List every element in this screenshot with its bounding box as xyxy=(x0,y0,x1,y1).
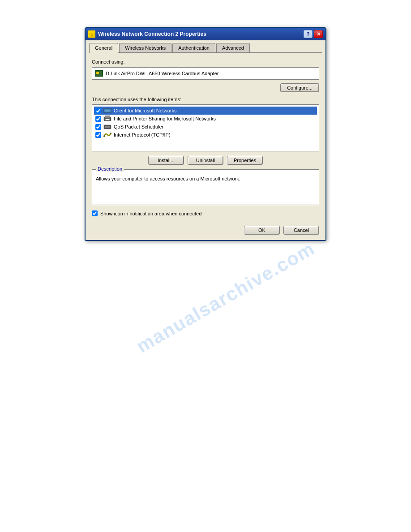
dialog-footer: OK Cancel xyxy=(86,221,325,240)
svg-point-11 xyxy=(103,135,105,137)
svg-rect-10 xyxy=(105,126,110,128)
description-text: Allows your computer to access resources… xyxy=(96,173,315,183)
dialog-wrapper: manualsarchive.com Wireless Network Conn… xyxy=(85,27,326,241)
description-group: Description Allows your computer to acce… xyxy=(92,169,319,205)
items-label: This connection uses the following items… xyxy=(92,97,319,102)
window-icon xyxy=(88,30,95,38)
list-item[interactable]: Client for Microsoft Networks xyxy=(94,107,317,115)
qos-icon xyxy=(103,124,111,130)
ok-button[interactable]: OK xyxy=(244,226,280,235)
title-bar: Wireless Network Connection 2 Properties… xyxy=(86,28,325,40)
watermark: manualsarchive.com xyxy=(133,237,319,357)
cancel-button[interactable]: Cancel xyxy=(283,226,319,235)
item-checkbox-1[interactable] xyxy=(95,116,101,122)
description-legend: Description xyxy=(96,166,124,172)
items-list: Client for Microsoft Networks File and P… xyxy=(92,104,319,151)
uninstall-button[interactable]: Uninstall xyxy=(188,156,223,165)
properties-button[interactable]: Properties xyxy=(227,156,263,165)
dialog-window: Wireless Network Connection 2 Properties… xyxy=(85,27,326,241)
adapter-name: D-Link AirPro DWL-A650 Wireless Cardbus … xyxy=(106,71,218,76)
printer-icon xyxy=(103,116,111,122)
network-icon xyxy=(103,107,111,114)
content-area: Connect using: D-Link AirPro DWL-A650 Wi… xyxy=(86,53,325,221)
list-item[interactable]: QoS Packet Scheduler xyxy=(94,123,317,131)
tab-wireless-networks[interactable]: Wireless Networks xyxy=(119,43,171,52)
show-icon-checkbox[interactable] xyxy=(92,210,98,216)
svg-rect-1 xyxy=(91,34,93,36)
title-bar-buttons: ? ✕ xyxy=(304,30,323,38)
action-buttons-row: Install... Uninstall Properties xyxy=(92,156,319,165)
list-item-label-3: Internet Protocol (TCP/IP) xyxy=(114,132,171,137)
window-title: Wireless Network Connection 2 Properties xyxy=(98,31,206,37)
tab-authentication[interactable]: Authentication xyxy=(172,43,215,52)
adapter-icon xyxy=(95,70,103,77)
list-item-label-2: QoS Packet Scheduler xyxy=(114,124,163,129)
show-icon-row: Show icon in notification area when conn… xyxy=(92,210,319,216)
svg-point-12 xyxy=(110,133,111,134)
adapter-field: D-Link AirPro DWL-A650 Wireless Cardbus … xyxy=(92,67,319,80)
svg-rect-8 xyxy=(106,119,109,120)
item-checkbox-3[interactable] xyxy=(95,132,101,138)
show-icon-label: Show icon in notification area when conn… xyxy=(100,211,201,216)
item-checkbox-2[interactable] xyxy=(95,124,101,130)
list-item-label-1: File and Printer Sharing for Microsoft N… xyxy=(114,116,216,121)
title-bar-left: Wireless Network Connection 2 Properties xyxy=(88,30,206,38)
connect-using-label: Connect using: xyxy=(92,59,319,64)
list-item[interactable]: Internet Protocol (TCP/IP) xyxy=(94,131,317,139)
help-button[interactable]: ? xyxy=(304,30,313,38)
configure-row: Configure... xyxy=(92,83,319,92)
tab-general[interactable]: General xyxy=(89,43,118,53)
svg-rect-4 xyxy=(105,110,110,112)
tabs-container: General Wireless Networks Authentication… xyxy=(86,40,325,52)
svg-rect-6 xyxy=(105,116,110,118)
list-item-label-0: Client for Microsoft Networks xyxy=(114,108,177,113)
install-button[interactable]: Install... xyxy=(148,156,184,165)
tab-advanced[interactable]: Advanced xyxy=(216,43,250,52)
close-button[interactable]: ✕ xyxy=(314,30,323,38)
item-checkbox-0[interactable] xyxy=(95,108,101,114)
configure-button[interactable]: Configure... xyxy=(280,83,319,92)
list-item[interactable]: File and Printer Sharing for Microsoft N… xyxy=(94,115,317,123)
protocol-icon xyxy=(103,132,111,138)
